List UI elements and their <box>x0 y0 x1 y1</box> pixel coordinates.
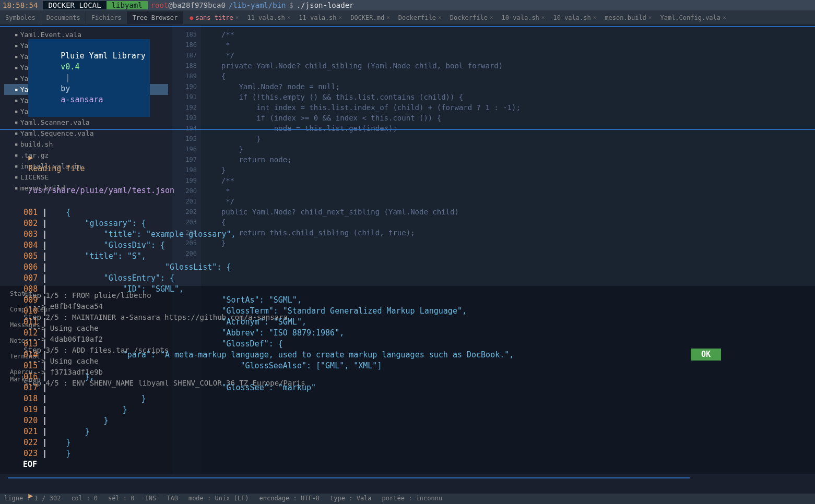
line-number: 192 <box>172 102 201 113</box>
file-icon: ▪ <box>15 75 18 82</box>
code-line: */ <box>204 50 521 61</box>
panel-tab[interactable]: Terminal <box>8 349 55 364</box>
code-line: return this.child_sibling (child, true); <box>204 227 521 238</box>
panel-tab[interactable]: Notes <box>8 333 55 349</box>
code-line: * <box>204 186 521 196</box>
line-number: 206 <box>172 248 201 259</box>
code-line: int index = this.list.index_of (child) +… <box>204 102 521 113</box>
sidebar-buttons: StatutCompilateurMessagesNotesTerminalAp… <box>8 286 55 387</box>
editor-tab[interactable]: 11-vala.sh× <box>243 12 294 23</box>
env-badge: libyaml <box>107 1 148 9</box>
line-number: 194 <box>172 123 201 134</box>
file-tree-item[interactable]: ▪install.vala.in <box>4 161 168 172</box>
editor-tab[interactable]: Dockerfile× <box>394 12 446 23</box>
code-line: /** <box>204 29 521 40</box>
editor-tab[interactable]: 11-vala.sh× <box>294 12 346 23</box>
code-line: } <box>204 134 521 144</box>
sidebar-tab[interactable]: Fichiers <box>86 11 127 24</box>
code-line: return node; <box>204 154 521 165</box>
status-scope: portée : inconnu <box>382 495 443 503</box>
file-tree-item[interactable]: ▪meson.build <box>4 183 168 194</box>
close-icon[interactable]: × <box>648 14 652 21</box>
line-number: 199 <box>172 175 201 186</box>
panel-tab[interactable]: Messages <box>8 317 55 333</box>
command: ./json-loader <box>297 1 354 9</box>
editor-tab[interactable]: Yaml.Config.vala× <box>656 12 730 23</box>
close-icon[interactable]: × <box>541 14 545 21</box>
file-icon: ▪ <box>15 64 18 71</box>
status-col: col : 0 <box>71 495 98 503</box>
status-line: ligne : 1 / 302 <box>4 495 61 503</box>
line-number: 193 <box>172 113 201 123</box>
file-tree-item[interactable]: ▪Yaml.Mapping.vala <box>4 73 168 84</box>
code-line: if (!this.empty () && this.list.contains… <box>204 92 521 102</box>
editor-tab[interactable]: meson.build× <box>600 12 656 23</box>
file-tree-item[interactable]: ▪LICENSE <box>4 172 168 183</box>
file-icon: ▪ <box>15 174 18 181</box>
file-tree-item[interactable]: ▪Yaml.globa.vala <box>4 51 168 62</box>
editor-tab[interactable]: Dockerfile× <box>446 12 498 23</box>
editor-tab[interactable]: ●sans titre× <box>185 12 243 23</box>
status-tab: TAB <box>167 495 178 503</box>
file-tree-item[interactable]: ▪Yaml.Processor.vala <box>4 95 168 106</box>
file-icon: ▪ <box>15 53 18 60</box>
close-icon[interactable]: × <box>287 14 291 21</box>
build-line: Step 3/5 : ADD files.tar /scripts <box>10 345 805 356</box>
file-icon: ▪ <box>15 97 18 104</box>
editor-tab[interactable]: DOCKER.md× <box>346 12 394 23</box>
hostname: @ba28f979bca0 <box>168 1 226 9</box>
code-line: /** <box>204 175 521 186</box>
file-tree-item[interactable]: ▪Yaml.Loader.vala <box>4 62 168 73</box>
file-tree-item[interactable]: ▪.tar.gz <box>4 150 168 161</box>
code-line: } <box>204 238 521 248</box>
editor-tab[interactable]: 10-vala.sh× <box>498 12 549 23</box>
close-icon[interactable]: × <box>339 14 342 21</box>
sidebar-tab[interactable]: Tree Browser <box>127 11 184 24</box>
status-sel: sél : 0 <box>108 495 135 503</box>
build-line: ---> 4dab06f10af2 <box>10 334 805 345</box>
build-line: ---> f3713adf1e9b <box>10 367 805 378</box>
line-number: 186 <box>172 40 201 50</box>
tab-strip: SymbolesDocumentsFichiersTree Browser ●s… <box>0 10 815 25</box>
file-icon: ▪ <box>15 152 18 159</box>
close-icon[interactable]: × <box>490 14 493 21</box>
line-number: 198 <box>172 165 201 175</box>
code-line: } <box>204 144 521 154</box>
file-tree-item[interactable]: ▪Yaml.Sequence.vala <box>4 128 168 139</box>
code-line: private Yaml.Node? child_sibling (Yaml.N… <box>204 61 521 71</box>
close-icon[interactable]: × <box>386 14 390 21</box>
line-number: 205 <box>172 238 201 248</box>
file-tree-item[interactable]: ▪Yaml.Scalar.vala <box>4 106 168 117</box>
sidebar-tab[interactable]: Symboles <box>0 11 41 24</box>
file-tree-item[interactable]: ▪Yaml.Node.vala <box>4 84 168 95</box>
file-tree-item[interactable]: ▪Yaml.Finder.vala <box>4 40 168 51</box>
file-icon: ▪ <box>15 185 18 191</box>
close-icon[interactable]: × <box>723 14 726 21</box>
code-line: * <box>204 40 521 50</box>
file-icon: ▪ <box>15 163 18 170</box>
close-icon[interactable]: × <box>593 14 597 21</box>
line-number: 189 <box>172 71 201 81</box>
status-enc: encodage : UTF-8 <box>259 495 320 503</box>
close-icon[interactable]: × <box>438 14 442 21</box>
terminal-prompt-bar: 18:58:54 DOCKER LOCAL libyaml root @ba28… <box>0 0 815 10</box>
file-icon: ▪ <box>15 108 18 115</box>
editor-tab[interactable]: 10-vala.sh× <box>549 12 600 23</box>
close-icon[interactable]: × <box>235 14 239 21</box>
file-tree-item[interactable]: ▪Yaml.Scanner.vala <box>4 117 168 128</box>
line-number: 188 <box>172 61 201 71</box>
status-bar: ligne : 1 / 302 col : 0 sél : 0 INS TAB … <box>0 494 815 504</box>
line-number: 190 <box>172 81 201 92</box>
file-icon: ▪ <box>15 119 18 126</box>
file-tree-item[interactable]: ▪build.sh <box>4 139 168 150</box>
file-tree-item[interactable]: ▪Yaml.Event.vala <box>4 29 168 40</box>
line-number: 196 <box>172 144 201 154</box>
code-line: Yaml.Node? node = null; <box>204 81 521 92</box>
panel-tab[interactable]: Aperçu Markdown <box>8 364 55 387</box>
build-line: ---> e8fb4f9aca54 <box>10 301 805 312</box>
prompt-sign: $ <box>289 1 293 9</box>
sidebar-tab[interactable]: Documents <box>41 11 86 24</box>
panel-tab[interactable]: Compilateur <box>8 302 55 317</box>
line-number: 204 <box>172 227 201 238</box>
panel-tab[interactable]: Statut <box>8 286 55 302</box>
